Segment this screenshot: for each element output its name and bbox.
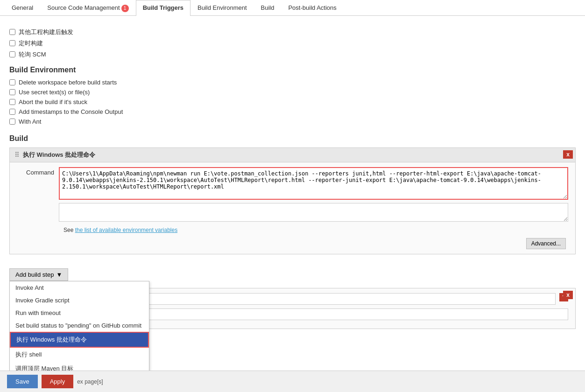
dropdown-item-2[interactable]: Run with timeout: [10, 307, 149, 319]
tabs-bar: General Source Code Management1 Build Tr…: [0, 0, 585, 16]
env-vars-link[interactable]: the list of available environment variab…: [75, 227, 177, 233]
label-env4: Add timestamps to the Console Output: [19, 108, 123, 115]
label-trigger3: 轮询 SCM: [19, 50, 46, 59]
tab-general[interactable]: General: [5, 0, 40, 16]
advanced-row: Advanced...: [17, 238, 568, 249]
checkbox-row-trigger2: 定时构建: [9, 39, 576, 48]
dropdown-item-0[interactable]: Invoke Ant: [10, 281, 149, 294]
command-textarea-extra[interactable]: [59, 203, 568, 222]
dropdown-arrow-icon: ▼: [56, 271, 62, 278]
build-section: Build ⠿ 执行 Windows 批处理命令 x Command C:\Us…: [9, 134, 576, 329]
env-vars-prefix: See: [63, 227, 75, 233]
content-area: 其他工程构建后触发 定时构建 轮询 SCM Build Environment …: [0, 16, 585, 371]
advanced-button[interactable]: Advanced...: [526, 238, 566, 249]
checkbox-env2[interactable]: [9, 89, 15, 95]
checkbox-row-env3: Abort the build if it's stuck: [9, 98, 576, 105]
env-vars-row: See the list of available environment va…: [63, 227, 568, 233]
checkbox-row-trigger3: 轮询 SCM: [9, 50, 576, 59]
command-form-row: Command C:\Users\1\AppData\Roaming\npm\n…: [17, 167, 568, 223]
checkbox-row-env2: Use secret text(s) or file(s): [9, 89, 576, 96]
build-triggers-section: 其他工程构建后触发 定时构建 轮询 SCM: [9, 23, 576, 59]
build-environment-heading: Build Environment: [9, 66, 576, 74]
label-env3: Abort the build if it's stuck: [19, 98, 87, 105]
build-heading: Build: [9, 134, 576, 143]
drag-handle-icon: ⠿: [14, 151, 19, 159]
tab-build-triggers[interactable]: Build Triggers: [136, 0, 190, 16]
checkbox-row-trigger1: 其他工程构建后触发: [9, 28, 576, 36]
build-environment-section: Delete workspace before build starts Use…: [9, 79, 576, 125]
tab-source-code[interactable]: Source Code Management1: [40, 0, 135, 16]
checkbox-env5[interactable]: [9, 119, 15, 125]
add-build-step-container: Add build step ▼ Invoke Ant Invoke Gradl…: [9, 268, 68, 281]
build-step-title-1: 执行 Windows 批处理命令: [23, 151, 95, 159]
label-trigger2: 定时构建: [19, 39, 43, 48]
tab-post-build[interactable]: Post-build Actions: [281, 0, 343, 16]
tab-build-environment[interactable]: Build Environment: [190, 0, 254, 16]
dropdown-item-4[interactable]: 执行 Windows 批处理命令: [10, 332, 149, 348]
add-build-step-dropdown: Invoke Ant Invoke Gradle script Run with…: [9, 281, 149, 371]
tab-build[interactable]: Build: [254, 0, 282, 16]
checkbox-trigger1[interactable]: [9, 29, 15, 35]
checkbox-row-env4: Add timestamps to the Console Output: [9, 108, 576, 115]
close-step1-button[interactable]: x: [563, 150, 573, 159]
dropdown-item-6[interactable]: 调用顶层 Maven 目标: [10, 362, 149, 371]
add-build-step-label: Add build step: [15, 271, 54, 278]
label-trigger1: 其他工程构建后触发: [19, 28, 73, 36]
checkbox-trigger2[interactable]: [9, 40, 15, 46]
checkbox-row-env1: Delete workspace before build starts: [9, 79, 576, 86]
dropdown-item-1[interactable]: Invoke Gradle script: [10, 294, 149, 307]
build-step-card-1: ⠿ 执行 Windows 批处理命令 x Command C:\Users\1\…: [9, 147, 576, 254]
add-build-step-button[interactable]: Add build step ▼: [9, 268, 68, 281]
command-textarea[interactable]: C:\Users\1\AppData\Roaming\npm\newman ru…: [59, 167, 568, 200]
tab-badge: 1: [121, 5, 129, 12]
dropdown-item-3[interactable]: Set build status to "pending" on GitHub …: [10, 319, 149, 332]
build-step-body-1: Command C:\Users\1\AppData\Roaming\npm\n…: [10, 162, 575, 254]
label-env1: Delete workspace before build starts: [19, 79, 117, 86]
dropdown-item-5[interactable]: 执行 shell: [10, 348, 149, 362]
checkbox-row-env5: With Ant: [9, 118, 576, 125]
label-env2: Use secret text(s) or file(s): [19, 89, 90, 96]
command-control: C:\Users\1\AppData\Roaming\npm\newman ru…: [59, 167, 568, 223]
command-label: Command: [17, 167, 59, 176]
build-step-header-1: ⠿ 执行 Windows 批处理命令: [10, 148, 575, 162]
checkbox-trigger3[interactable]: [9, 51, 15, 57]
label-env5: With Ant: [19, 118, 41, 125]
checkbox-env4[interactable]: [9, 109, 15, 115]
checkbox-env1[interactable]: [9, 79, 15, 85]
close-step2-button[interactable]: x: [563, 291, 573, 299]
checkbox-env3[interactable]: [9, 99, 15, 105]
